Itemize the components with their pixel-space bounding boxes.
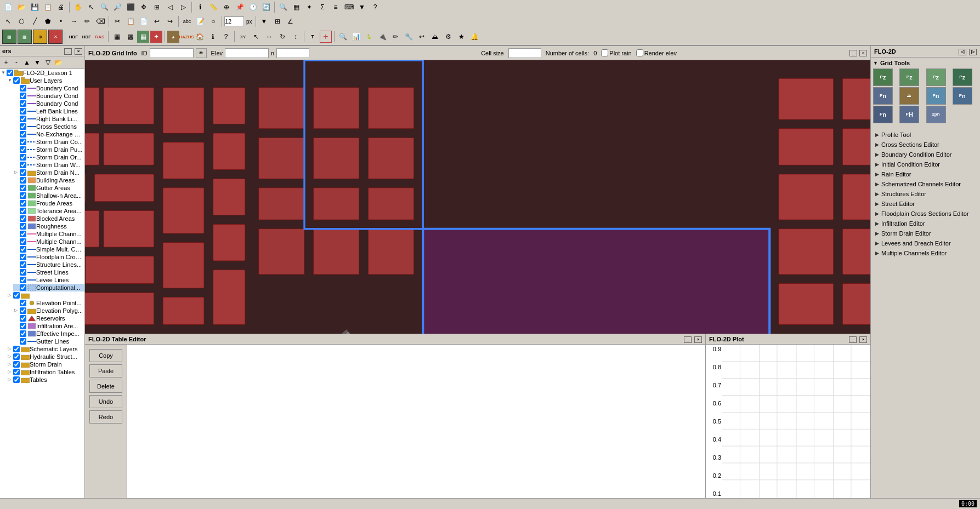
layer-gutter-lines[interactable]: ▷ Gutter Lines [13,338,84,345]
froude-checkbox[interactable] [20,200,26,207]
table-btn[interactable]: ≡ [330,1,342,13]
boundary1-checkbox[interactable] [20,85,26,91]
root-checkbox[interactable] [7,70,13,76]
layer-sd-we[interactable]: ▷ Storm Drain W... [13,161,84,169]
levee-checkbox[interactable] [20,277,26,283]
save-as-btn[interactable]: 📋 [42,1,54,13]
grid-tool-pn3[interactable]: Pn [953,87,972,105]
gridinfo-minimize[interactable]: _ [849,50,857,56]
layer-street[interactable]: ▷ Street Lines [13,268,84,276]
right-nav-right[interactable]: ▷ [969,49,977,55]
roughness-checkbox[interactable] [20,223,26,230]
editor-multichannels[interactable]: ▶ Multiple Channels Editor [871,248,980,258]
noexchange-checkbox[interactable] [20,131,26,138]
grid-tool-ph[interactable]: PH [899,106,919,123]
layer-blocked[interactable]: ▷ Blocked Areas [13,215,84,222]
render-elev-checkbox[interactable] [636,49,643,56]
layer-stormdrain[interactable]: ▷ Storm Drain [7,361,84,368]
tables-expand[interactable]: ▷ [8,377,13,382]
editor-table-area[interactable] [127,345,705,499]
info-btn[interactable]: ℹ [207,31,219,43]
layer-root[interactable]: ▼ FLO-2D_Lesson 1 [0,69,84,77]
layer-building[interactable]: ▷ Building Areas [13,176,84,184]
hydraulic-checkbox[interactable] [13,353,20,360]
layer-structure[interactable]: ▷ Structure Lines... [13,261,84,268]
gutter-lines-checkbox[interactable] [20,338,26,345]
leftbank-checkbox[interactable] [20,108,26,115]
layer-inftables[interactable]: ▷ Infiltration Tables [7,368,84,376]
layers-minimize-btn[interactable]: _ [64,48,72,55]
gridinfo-close[interactable]: × [859,50,867,56]
pan-btn[interactable]: ✥ [138,1,150,13]
layers-open-btn[interactable]: 📂 [53,58,63,67]
grid-tool-pz2[interactable]: Pz [899,68,919,86]
flo2d-btn3[interactable]: ⊕ [33,30,47,44]
line-btn[interactable]: ╱ [29,15,41,27]
python-btn[interactable]: 🐍 [363,31,375,43]
print-btn[interactable]: 🖨 [55,1,67,13]
redo-table-btn[interactable]: Redo [89,410,122,424]
magnify2-btn[interactable]: 🔍 [337,31,349,43]
schematic-checkbox[interactable] [13,346,20,352]
layer-tables[interactable]: ▷ Tables [7,376,84,384]
flo2d-btn1[interactable]: ▦ [2,30,16,44]
annotate-btn[interactable]: 📝 [194,15,206,27]
elevpoly-expand[interactable]: ▷ [14,308,20,313]
elevpoly-checkbox[interactable] [20,307,26,314]
save-btn[interactable]: 💾 [29,1,41,13]
layer-noexchange[interactable]: ▷ No-Exchange C... [13,130,84,138]
editor-structures[interactable]: ▶ Structures Editor [871,189,980,199]
grid-tools-expand[interactable]: ▼ [873,60,878,66]
grid-tool4-btn[interactable]: ✦ [150,31,162,43]
copy2-btn[interactable]: 📋 [124,15,137,27]
sd-we-checkbox[interactable] [20,162,26,168]
hand-btn[interactable]: ✋ [72,1,84,13]
grid-tool-pn2[interactable]: Pn [926,87,946,105]
layer-roughness[interactable]: ▷ Roughness [13,222,84,230]
layer-boundary2[interactable]: ▷ Boundary Cond [13,92,84,100]
plot-rain-label[interactable]: Plot rain [601,49,631,56]
zoom-prev-btn[interactable]: ◁ [164,1,176,13]
id-eye-btn[interactable]: 👁 [196,48,207,58]
select2-btn[interactable]: ↖ [2,15,14,27]
user-expand[interactable]: ▼ [8,78,13,83]
house-btn[interactable]: 🏠 [194,31,206,43]
refresh-btn[interactable]: 🔄 [260,1,272,13]
grid-tool-pz3[interactable]: Pz [926,68,946,86]
dropdown-btn[interactable]: ▼ [356,1,368,13]
layer-gutter[interactable]: ▷ Gutter Areas [13,184,84,192]
layer-elevpoint[interactable]: ▷ Elevation Point... [13,299,84,307]
group2-expand[interactable]: ▷ [8,293,13,298]
simplemult-checkbox[interactable] [20,246,26,253]
undo-btn[interactable]: ↩ [151,15,163,27]
plus-btn[interactable]: + [320,31,332,43]
scale-btn[interactable]: ↕ [290,31,302,43]
grid-tool3-btn[interactable]: ▦ [137,31,149,43]
layer-leftbank[interactable]: ▷ Left Bank Lines [13,107,84,115]
reservoirs-checkbox[interactable] [20,315,26,322]
zoom-all-btn[interactable]: ⊞ [151,1,163,13]
layers-remove-btn[interactable]: - [12,58,21,67]
redo-btn[interactable]: ↪ [164,15,176,27]
plot-rain-checkbox[interactable] [601,49,608,56]
mc2-checkbox[interactable] [20,238,26,245]
delete-btn[interactable]: Delete [89,380,122,393]
abc-btn[interactable]: abc [181,15,193,27]
zoom-box-btn[interactable]: ⬛ [124,1,137,13]
cell-size-input[interactable] [508,48,541,58]
building-checkbox[interactable] [20,177,26,184]
poly-btn[interactable]: ⬟ [42,15,54,27]
layer-sd-pu[interactable]: ▷ Storm Drain Pu... [13,146,84,153]
open-btn[interactable]: 📂 [15,1,27,13]
layer-mc2[interactable]: ▷ Multiple Chann... [13,238,84,245]
layer-tolerance[interactable]: ▷ Tolerance Area... [13,207,84,215]
map-area[interactable] [85,60,870,334]
hydraulic-expand[interactable]: ▷ [8,354,13,359]
cut-btn[interactable]: ✂ [111,15,123,27]
plug-btn[interactable]: 🔌 [376,31,388,43]
snap-btn[interactable]: ⊞ [271,15,284,27]
editor-schematized[interactable]: ▶ Schematized Channels Editor [871,179,980,189]
layers-add-btn[interactable]: + [1,58,11,67]
editor-cross-sections[interactable]: ▶ Cross Sections Editor [871,140,980,150]
move-btn[interactable]: ⊕ [220,1,233,13]
